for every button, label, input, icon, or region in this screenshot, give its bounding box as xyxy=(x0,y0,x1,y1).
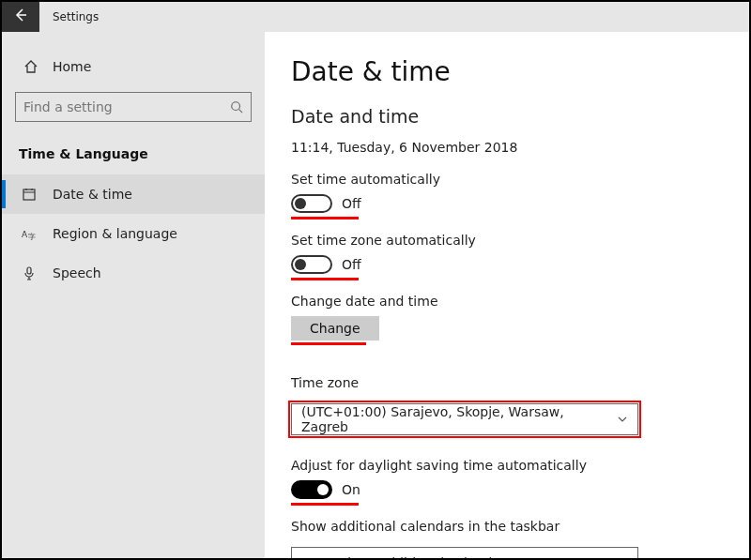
label-change-dt: Change date and time xyxy=(291,294,723,309)
language-icon: A字 xyxy=(19,226,39,241)
time-zone-value: (UTC+01:00) Sarajevo, Skopje, Warsaw, Za… xyxy=(301,404,609,434)
additional-calendars-value: Don't show additional calendars xyxy=(301,555,513,558)
svg-text:A: A xyxy=(22,230,28,239)
svg-text:字: 字 xyxy=(28,233,36,241)
arrow-left-icon xyxy=(13,8,28,26)
toggle-set-tz-auto-state: Off xyxy=(342,257,361,272)
toggle-set-time-auto-state: Off xyxy=(342,196,361,211)
label-set-tz-auto: Set time zone automatically xyxy=(291,233,723,248)
label-time-zone: Time zone xyxy=(291,375,723,390)
nav-date-time[interactable]: Date & time xyxy=(2,174,265,214)
current-datetime: 11:14, Tuesday, 6 November 2018 xyxy=(291,140,723,155)
clock-icon xyxy=(19,187,39,202)
toggle-dst-auto-state: On xyxy=(342,482,360,497)
annotation-underline xyxy=(291,342,366,345)
home-icon xyxy=(21,59,41,74)
back-button[interactable] xyxy=(2,2,39,32)
page-title: Date & time xyxy=(291,56,723,87)
toggle-dst-auto[interactable] xyxy=(291,480,332,499)
section-title-date-time: Date and time xyxy=(291,106,723,127)
title-bar: Settings xyxy=(2,2,749,32)
label-dst-auto: Adjust for daylight saving time automati… xyxy=(291,458,723,473)
search-input-wrapper[interactable] xyxy=(15,92,252,122)
window-title: Settings xyxy=(39,2,99,32)
annotation-underline xyxy=(291,278,359,280)
label-set-time-auto: Set time automatically xyxy=(291,172,723,187)
nav-region-language[interactable]: A字 Region & language xyxy=(2,214,265,253)
home-label: Home xyxy=(53,59,91,74)
nav-item-label: Region & language xyxy=(53,226,177,241)
svg-rect-4 xyxy=(27,267,31,274)
time-zone-select[interactable]: (UTC+01:00) Sarajevo, Skopje, Warsaw, Za… xyxy=(291,403,638,435)
chevron-down-icon xyxy=(617,557,628,558)
search-input[interactable] xyxy=(23,99,221,114)
annotation-underline xyxy=(291,217,359,219)
nav-item-label: Speech xyxy=(53,265,101,280)
category-title: Time & Language xyxy=(2,139,265,174)
sidebar: Home Time & Language Date & time A字 Regi… xyxy=(2,32,265,558)
microphone-icon xyxy=(19,265,39,280)
chevron-down-icon xyxy=(617,414,628,425)
toggle-set-time-auto[interactable] xyxy=(291,194,332,213)
content-area: Date & time Date and time 11:14, Tuesday… xyxy=(265,32,749,558)
home-link[interactable]: Home xyxy=(2,47,265,86)
additional-calendars-select[interactable]: Don't show additional calendars xyxy=(291,547,638,558)
svg-rect-1 xyxy=(23,189,35,200)
nav-item-label: Date & time xyxy=(53,187,132,202)
toggle-set-tz-auto[interactable] xyxy=(291,255,332,274)
nav-speech[interactable]: Speech xyxy=(2,253,265,293)
change-button[interactable]: Change xyxy=(291,316,379,341)
annotation-underline xyxy=(291,503,359,506)
search-icon xyxy=(230,100,243,114)
label-additional-calendars: Show additional calendars in the taskbar xyxy=(291,519,723,534)
svg-point-0 xyxy=(232,102,240,111)
